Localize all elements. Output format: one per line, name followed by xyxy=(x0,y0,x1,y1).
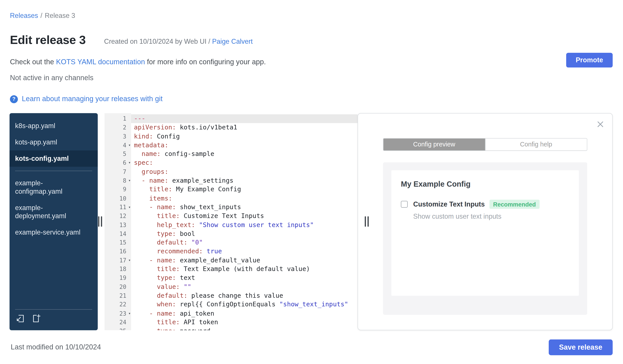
line-number: 17▾ xyxy=(105,256,131,265)
code-line: 22 when: repl{{ ConfigOptionEquals "show… xyxy=(105,300,358,309)
code-text[interactable]: title: Text Example (with default value) xyxy=(131,265,357,274)
line-number: 6▾ xyxy=(105,159,131,167)
line-number: 11▾ xyxy=(105,203,131,212)
sidebar-actions xyxy=(9,309,98,330)
last-modified-text: Last modified on 10/10/2024 xyxy=(11,343,101,351)
file-item[interactable]: kots-config.yaml xyxy=(9,150,98,167)
code-text[interactable]: items: xyxy=(131,194,357,203)
line-number: 12 xyxy=(105,212,131,221)
code-text[interactable]: value: "" xyxy=(131,283,357,291)
created-text: Created on 10/10/2024 by Web UI / xyxy=(104,38,210,45)
code-line: 23▾ - name: api_token xyxy=(105,309,358,318)
breadcrumb: Releases/Release 3 xyxy=(10,12,75,20)
line-number: 13 xyxy=(105,221,131,229)
line-number: 5 xyxy=(105,150,131,159)
code-text[interactable]: - name: api_token xyxy=(131,309,357,318)
file-item[interactable]: example-configmap.yaml xyxy=(9,175,98,200)
code-text[interactable]: default: please change this value xyxy=(131,291,357,300)
file-item[interactable]: kots-app.yaml xyxy=(9,134,98,150)
code-text[interactable]: metadata: xyxy=(131,141,357,150)
line-number: 23▾ xyxy=(105,309,131,318)
code-text[interactable]: groups: xyxy=(131,167,357,176)
fold-toggle-icon[interactable]: ▾ xyxy=(127,159,131,167)
code-line: 7 groups: xyxy=(105,167,358,176)
fold-toggle-icon[interactable]: ▾ xyxy=(127,203,131,212)
promote-button[interactable]: Promote xyxy=(566,53,613,67)
question-circle-icon[interactable]: ? xyxy=(10,95,18,103)
code-text[interactable]: apiVersion: kots.io/v1beta1 xyxy=(131,123,357,132)
upload-file-icon[interactable] xyxy=(15,314,25,325)
git-help-row: ? Learn about managing your releases wit… xyxy=(10,95,163,103)
code-text[interactable]: title: Customize Text Inputs xyxy=(131,212,357,221)
code-line: 10 items: xyxy=(105,194,358,203)
code-line: 15 default: "0" xyxy=(105,238,358,247)
code-line: 21 default: please change this value xyxy=(105,291,358,300)
code-line: 2apiVersion: kots.io/v1beta1 xyxy=(105,123,358,132)
code-text[interactable]: type: bool xyxy=(131,229,357,238)
yaml-code-editor[interactable]: 1---2apiVersion: kots.io/v1beta13kind: C… xyxy=(105,113,358,330)
file-sidebar: k8s-app.yamlkots-app.yamlkots-config.yam… xyxy=(9,113,98,330)
file-item[interactable]: example-service.yaml xyxy=(9,224,98,241)
code-text[interactable]: type: text xyxy=(131,274,357,283)
code-text[interactable]: kind: Config xyxy=(131,132,357,141)
code-line: 1--- xyxy=(105,114,358,123)
code-text[interactable]: title: My Example Config xyxy=(131,185,357,194)
code-line: 3kind: Config xyxy=(105,132,358,141)
line-number: 10 xyxy=(105,194,131,203)
code-line: 19 type: text xyxy=(105,274,358,283)
line-number: 20 xyxy=(105,283,131,291)
tab-config-help[interactable]: Config help xyxy=(485,139,587,150)
resize-bar xyxy=(98,216,99,227)
code-line: 25 type: password xyxy=(105,327,358,330)
code-text[interactable]: when: repl{{ ConfigOptionEquals "show_te… xyxy=(131,300,357,309)
file-item[interactable]: example-deployment.yaml xyxy=(9,200,98,224)
code-line: 9 title: My Example Config xyxy=(105,185,358,194)
line-number: 18 xyxy=(105,265,131,274)
breadcrumb-releases-link[interactable]: Releases xyxy=(10,12,38,20)
preview-resize-handle[interactable] xyxy=(365,216,369,227)
code-text[interactable]: - name: example_default_value xyxy=(131,256,357,265)
code-line: 17▾ - name: example_default_value xyxy=(105,256,358,265)
sidebar-resize-handle[interactable] xyxy=(98,216,102,227)
line-number: 16 xyxy=(105,247,131,256)
code-line: 18 title: Text Example (with default val… xyxy=(105,265,358,274)
fold-toggle-icon[interactable]: ▾ xyxy=(127,176,131,185)
created-line: Created on 10/10/2024 by Web UI / Paige … xyxy=(104,38,253,46)
code-text[interactable]: recommended: true xyxy=(131,247,357,256)
resize-bar xyxy=(367,216,369,227)
code-text[interactable]: type: password xyxy=(131,327,357,330)
code-text[interactable]: default: "0" xyxy=(131,238,357,247)
save-release-button[interactable]: Save release xyxy=(549,340,613,355)
close-icon[interactable] xyxy=(597,120,604,128)
code-text[interactable]: --- xyxy=(131,114,357,123)
line-number: 24 xyxy=(105,318,131,327)
breadcrumb-separator: / xyxy=(41,12,43,20)
created-author-link[interactable]: Paige Calvert xyxy=(212,38,252,45)
page-title: Edit release 3 xyxy=(10,33,86,47)
config-card: My Example Config Customize Text Inputs … xyxy=(391,170,579,296)
code-line: 5 name: config-sample xyxy=(105,150,358,159)
code-lines: 1---2apiVersion: kots.io/v1beta13kind: C… xyxy=(105,114,358,330)
code-text[interactable]: - name: example_settings xyxy=(131,176,357,185)
fold-toggle-icon[interactable]: ▾ xyxy=(127,141,131,150)
code-text[interactable]: spec: xyxy=(131,159,357,167)
file-item[interactable]: k8s-app.yaml xyxy=(9,118,98,134)
code-line: 8▾ - name: example_settings xyxy=(105,176,358,185)
fold-toggle-icon[interactable]: ▾ xyxy=(127,256,131,265)
code-text[interactable]: - name: show_text_inputs xyxy=(131,203,357,212)
code-text[interactable]: title: API token xyxy=(131,318,357,327)
new-file-icon[interactable] xyxy=(31,314,41,325)
code-line: 16 recommended: true xyxy=(105,247,358,256)
fold-toggle-icon[interactable]: ▾ xyxy=(127,309,131,318)
kots-yaml-doc-link[interactable]: KOTS YAML documentation xyxy=(56,58,145,66)
line-number: 3 xyxy=(105,132,131,141)
release-editor-page: Releases/Release 3 Edit release 3 Create… xyxy=(0,0,623,364)
git-releases-link[interactable]: Learn about managing your releases with … xyxy=(22,95,163,103)
tab-config-preview[interactable]: Config preview xyxy=(383,139,485,150)
line-number: 4▾ xyxy=(105,141,131,150)
code-text[interactable]: help_text: "Show custom user text inputs… xyxy=(131,221,357,229)
line-number: 1 xyxy=(105,114,131,123)
doc-suffix: for more info on configuring your app. xyxy=(147,58,266,66)
code-text[interactable]: name: config-sample xyxy=(131,150,357,159)
customize-text-inputs-checkbox[interactable] xyxy=(401,201,408,208)
